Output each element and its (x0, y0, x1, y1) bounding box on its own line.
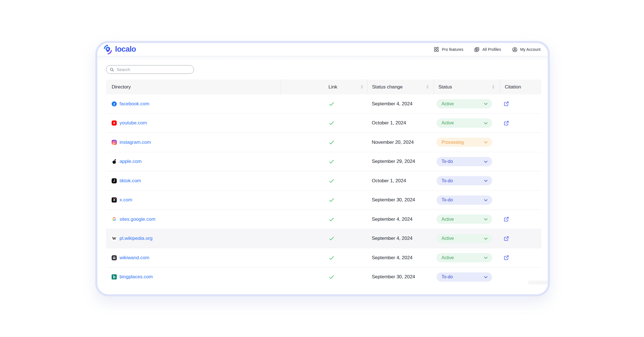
status-dropdown[interactable]: Processing (436, 138, 492, 147)
sort-icon[interactable] (426, 85, 429, 89)
facebook-favicon-icon (112, 101, 117, 106)
status-change-date: September 30, 2024 (372, 274, 415, 280)
account-icon (512, 47, 518, 53)
google-favicon-icon (112, 217, 117, 222)
status-change-date: September 4, 2024 (372, 101, 413, 107)
status-dropdown[interactable]: To-do (436, 195, 492, 205)
topbar-divider (97, 56, 548, 56)
apple-favicon-icon (112, 159, 117, 164)
instagram-favicon-icon (112, 140, 117, 145)
column-label: Status change (372, 84, 403, 90)
x-favicon-icon (112, 197, 117, 202)
status-dropdown[interactable]: Active (436, 99, 492, 108)
status-dropdown[interactable]: Active (436, 215, 492, 224)
nav-pro-features[interactable]: Pro features (434, 47, 463, 52)
status-label: To-do (442, 197, 453, 202)
directory-link[interactable]: facebook.com (120, 101, 149, 107)
nav-all-profiles[interactable]: All Profiles (474, 47, 501, 53)
directory-link[interactable]: pl.wikipedia.org (120, 236, 152, 241)
link-check-icon (328, 139, 335, 145)
column-spacer (281, 79, 323, 94)
status-change-date: October 1, 2024 (372, 120, 406, 126)
nav-pro-features-label: Pro features (442, 47, 463, 52)
column-label: Link (328, 84, 337, 90)
status-change-date: September 4, 2024 (372, 217, 413, 222)
status-dropdown[interactable]: To-do (436, 176, 492, 185)
status-dropdown[interactable]: Active (436, 119, 492, 128)
status-dropdown[interactable]: Active (436, 253, 492, 262)
status-label: Active (442, 101, 454, 106)
localo-pin-icon (103, 44, 113, 55)
directory-table: Directory Link Status change Status Cita… (106, 79, 541, 286)
link-check-icon (328, 274, 335, 280)
status-label: To-do (442, 159, 453, 164)
search-icon (110, 67, 114, 72)
directory-link[interactable]: instagram.com (120, 140, 151, 145)
table-row: apple.com September 29, 2024 To-do (106, 152, 541, 172)
status-label: Active (442, 217, 454, 222)
top-nav: Pro features All Profiles (434, 47, 541, 53)
status-change-date: October 1, 2024 (372, 178, 406, 184)
chevron-down-icon (484, 238, 488, 240)
column-header-status[interactable]: Status (434, 79, 500, 94)
top-bar: localo Pro features (97, 43, 548, 56)
faint-watermark (528, 281, 548, 284)
citation-external-link-icon[interactable] (503, 101, 509, 107)
nav-my-account-label: My Account (520, 47, 541, 52)
column-header-directory: Directory (106, 79, 281, 94)
citation-external-link-icon[interactable] (503, 120, 509, 126)
link-check-icon (328, 235, 335, 242)
nav-all-profiles-label: All Profiles (482, 47, 501, 52)
wikipedia-favicon-icon (112, 236, 117, 241)
table-row: x.com September 30, 2024 To-do (106, 191, 541, 210)
app-card: localo Pro features (95, 41, 550, 296)
chevron-down-icon (484, 122, 488, 124)
chevron-down-icon (484, 276, 488, 278)
status-label: To-do (442, 178, 453, 183)
wikiwand-favicon-icon (112, 255, 117, 260)
chevron-down-icon (484, 103, 488, 105)
citation-external-link-icon[interactable] (503, 255, 509, 261)
status-label: To-do (442, 274, 453, 279)
column-header-citation: Citation (500, 79, 541, 94)
table-row: facebook.com September 4, 2024 Active (106, 94, 541, 114)
directory-link[interactable]: youtube.com (120, 120, 147, 126)
search-box[interactable] (106, 65, 194, 74)
status-dropdown[interactable]: To-do (436, 157, 492, 166)
citation-external-link-icon[interactable] (503, 236, 509, 242)
status-dropdown[interactable]: Active (436, 234, 492, 243)
status-dropdown[interactable]: To-do (436, 272, 492, 282)
directory-link[interactable]: sites.google.com (120, 217, 156, 222)
topbar-fade (97, 56, 548, 61)
sort-icon[interactable] (361, 85, 363, 89)
status-change-date: November 20, 2024 (372, 140, 414, 145)
profiles-pin-icon (474, 47, 480, 53)
table-row: sites.google.com September 4, 2024 Activ… (106, 210, 541, 229)
search-input[interactable] (116, 67, 190, 72)
status-label: Processing (442, 140, 464, 145)
directory-link[interactable]: wikiwand.com (120, 255, 149, 261)
directory-link[interactable]: x.com (120, 197, 132, 203)
column-header-status-change[interactable]: Status change (367, 79, 434, 94)
citation-external-link-icon[interactable] (503, 216, 509, 222)
link-check-icon (328, 120, 335, 126)
link-check-icon (328, 197, 335, 203)
localo-logo[interactable]: localo (103, 44, 136, 55)
nav-my-account[interactable]: My Account (512, 47, 541, 53)
table-row: pl.wikipedia.org September 4, 2024 Activ… (106, 229, 541, 249)
directory-link[interactable]: tiktok.com (120, 178, 141, 184)
status-change-date: September 29, 2024 (372, 159, 415, 164)
bing-favicon-icon (112, 274, 117, 279)
chevron-down-icon (484, 141, 488, 144)
status-label: Active (442, 255, 454, 260)
brand-wordmark: localo (115, 45, 136, 54)
column-header-link[interactable]: Link (323, 79, 367, 94)
status-change-date: September 4, 2024 (372, 255, 413, 261)
directory-link[interactable]: apple.com (120, 159, 141, 164)
link-check-icon (328, 216, 335, 222)
directory-link[interactable]: bingplaces.com (120, 274, 153, 280)
sort-icon[interactable] (492, 85, 494, 89)
chevron-down-icon (484, 218, 488, 220)
column-label: Directory (112, 84, 131, 90)
status-change-date: September 30, 2024 (372, 197, 415, 203)
